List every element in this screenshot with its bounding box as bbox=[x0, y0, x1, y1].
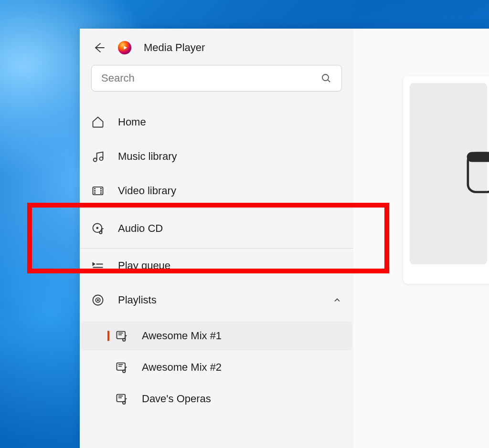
svg-point-2 bbox=[100, 157, 103, 160]
sidebar: Media Player Home Mu bbox=[80, 29, 353, 448]
disc-music-icon bbox=[91, 222, 105, 235]
main-pane bbox=[353, 29, 489, 448]
content-card[interactable] bbox=[403, 76, 489, 284]
nav-label-playlists: Playlists bbox=[118, 294, 319, 306]
home-icon bbox=[91, 115, 105, 129]
playlist-item[interactable]: Awesome Mix #1 bbox=[81, 321, 352, 351]
app-logo-icon bbox=[118, 41, 131, 54]
music-placeholder-icon bbox=[465, 147, 489, 200]
video-icon bbox=[91, 184, 105, 198]
search-icon bbox=[320, 73, 332, 84]
playlist-label: Awesome Mix #2 bbox=[142, 361, 222, 374]
nav-label-music: Music library bbox=[118, 150, 342, 163]
playlist-icon bbox=[115, 361, 128, 374]
album-art-placeholder bbox=[410, 83, 487, 264]
nav-item-playlists[interactable]: Playlists bbox=[80, 283, 353, 317]
playlist-item[interactable]: Dave's Operas bbox=[81, 384, 352, 414]
chevron-up-icon bbox=[332, 295, 342, 305]
app-title: Media Player bbox=[144, 42, 205, 54]
nav-label-video: Video library bbox=[118, 185, 342, 197]
nav-label-audiocd: Audio CD bbox=[118, 222, 342, 235]
nav-item-music-library[interactable]: Music library bbox=[80, 139, 353, 174]
svg-point-1 bbox=[94, 158, 97, 162]
search-input[interactable] bbox=[101, 72, 320, 84]
svg-rect-23 bbox=[468, 153, 489, 161]
nav-item-video-library[interactable]: Video library bbox=[80, 174, 353, 208]
playlist-label: Awesome Mix #1 bbox=[142, 330, 222, 342]
svg-point-4 bbox=[95, 188, 95, 189]
svg-point-11 bbox=[96, 227, 98, 229]
svg-point-9 bbox=[101, 193, 101, 193]
svg-point-6 bbox=[95, 193, 95, 193]
svg-point-5 bbox=[95, 190, 95, 191]
playlist-icon bbox=[115, 392, 128, 406]
nav-label-queue: Play queue bbox=[118, 260, 342, 272]
svg-point-8 bbox=[101, 190, 101, 191]
music-note-icon bbox=[91, 150, 105, 163]
playlist-item[interactable]: Awesome Mix #2 bbox=[81, 353, 352, 382]
search-bar[interactable] bbox=[91, 65, 342, 92]
nav-item-audio-cd[interactable]: Audio CD bbox=[80, 208, 353, 249]
svg-point-7 bbox=[101, 188, 101, 189]
playlist-items: Awesome Mix #1 Awesome Mix #2 Dave's Ope… bbox=[80, 320, 353, 415]
nav-list: Home Music library bbox=[80, 105, 353, 415]
svg-point-0 bbox=[322, 74, 329, 81]
back-arrow-icon[interactable] bbox=[92, 41, 106, 54]
svg-point-15 bbox=[97, 300, 98, 301]
queue-icon bbox=[91, 259, 105, 272]
playlist-icon bbox=[115, 329, 128, 343]
playlists-icon bbox=[91, 293, 105, 307]
window-header: Media Player bbox=[80, 38, 353, 65]
nav-label-home: Home bbox=[118, 116, 342, 128]
playlist-label: Dave's Operas bbox=[142, 393, 211, 405]
nav-item-home[interactable]: Home bbox=[80, 105, 353, 139]
nav-item-play-queue[interactable]: Play queue bbox=[80, 249, 353, 283]
media-player-window: Media Player Home Mu bbox=[80, 29, 489, 448]
